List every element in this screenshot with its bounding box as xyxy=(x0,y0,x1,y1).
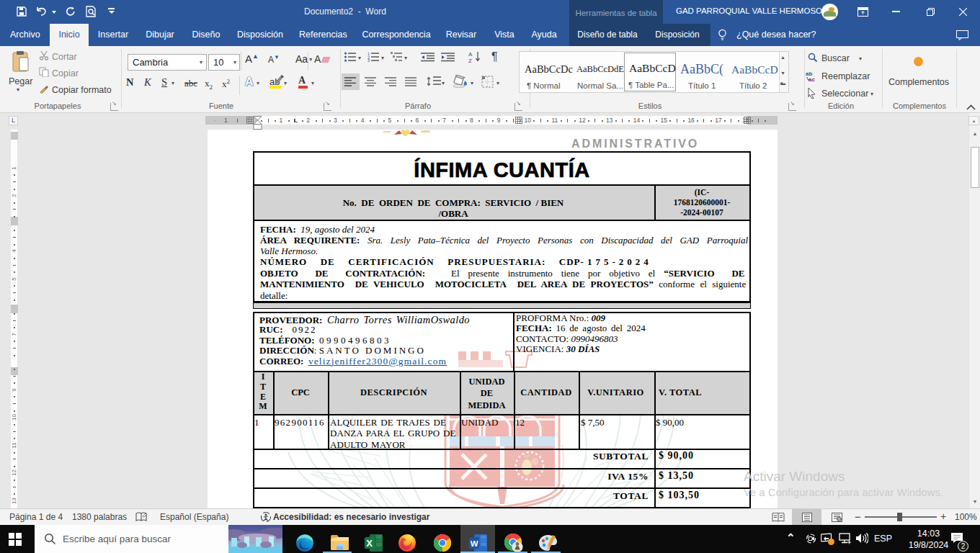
svg-text:X: X xyxy=(366,538,373,549)
svg-text:W: W xyxy=(471,539,478,548)
svg-text:ac: ac xyxy=(808,76,815,81)
svg-text:A: A xyxy=(468,51,473,58)
svg-text:3: 3 xyxy=(368,58,370,62)
svg-text:Z: Z xyxy=(468,58,472,63)
